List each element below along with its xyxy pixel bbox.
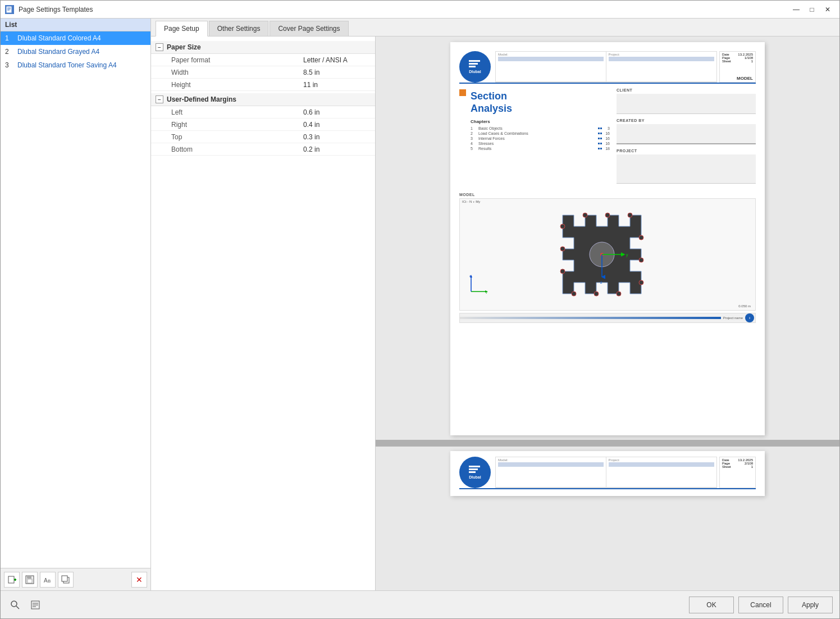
page-preview-1: Dlubal Model: Project: <box>450 42 765 435</box>
left-margin-value: 0.6 in <box>303 108 371 116</box>
rename-template-button[interactable]: AB <box>40 572 56 588</box>
close-button[interactable]: ✕ <box>820 4 835 15</box>
svg-point-19 <box>639 258 643 262</box>
svg-rect-9 <box>28 579 32 583</box>
left-panel: List 1 Dlubal Standard Colored A4 2 Dlub… <box>1 19 151 590</box>
created-by-box <box>617 124 756 144</box>
main-content: − Paper Size Paper format Letter / ANSI … <box>151 37 839 590</box>
chapter-row: 4 Stresses 16 <box>471 142 610 145</box>
list-items: 1 Dlubal Standard Colored A4 2 Dlubal St… <box>1 31 150 568</box>
axis-arrows: y z <box>465 275 488 299</box>
new-template-button[interactable] <box>4 572 20 588</box>
search-button[interactable] <box>7 597 23 613</box>
apply-button[interactable]: Apply <box>788 597 833 613</box>
preview-page-header: Dlubal Model: Project: <box>459 51 756 84</box>
svg-text:z: z <box>600 280 602 284</box>
copy-template-button[interactable] <box>58 572 74 588</box>
p2-model-label: Model: <box>498 458 604 462</box>
item-number: 3 <box>5 61 13 69</box>
chapter-row: 3 Internal Forces 16 <box>471 136 610 140</box>
svg-rect-13 <box>62 576 67 581</box>
bottom-left-tools <box>7 597 43 613</box>
page-separator <box>376 440 839 447</box>
item-label: Dlubal Standard Colored A4 <box>17 34 101 42</box>
margins-label: User-Defined Margins <box>167 95 236 103</box>
save-template-button[interactable] <box>22 572 38 588</box>
svg-point-17 <box>628 213 632 217</box>
model-section: MODEL ICt - N + My <box>459 193 756 311</box>
svg-point-18 <box>639 235 643 240</box>
list-item[interactable]: 2 Dlubal Standard Grayed A4 <box>1 45 150 58</box>
chapters-section: Chapters 1 Basic Objects 3 <box>471 119 610 151</box>
list-item[interactable]: 1 Dlubal Standard Colored A4 <box>1 31 150 45</box>
paper-size-group: − Paper Size Paper format Letter / ANSI … <box>151 41 375 91</box>
bottom-bar: OK Cancel Apply <box>1 590 839 618</box>
svg-text:y: y <box>626 253 628 257</box>
preview-page2-header: Dlubal Model: Project: <box>459 457 756 489</box>
model-scale: 0.050 m <box>738 304 751 308</box>
height-row: Height 11 in <box>151 79 375 91</box>
tab-cover-page-settings[interactable]: Cover Page Settings <box>270 21 348 36</box>
restore-button[interactable]: □ <box>805 4 819 15</box>
sheet-label: Sheet <box>722 60 731 63</box>
app-icon <box>5 5 14 14</box>
svg-point-22 <box>594 292 599 296</box>
item-label: Dlubal Standard Grayed A4 <box>17 48 99 56</box>
list-header: List <box>1 19 150 31</box>
info-button[interactable] <box>28 597 43 613</box>
model-meta-label: Model: <box>498 53 604 56</box>
paper-size-collapse[interactable]: − <box>156 43 163 51</box>
right-margin-value: 0.4 in <box>303 121 371 129</box>
footer-gradient <box>460 317 721 319</box>
ok-button[interactable]: OK <box>689 597 734 613</box>
chapter-row: 5 Results 18 <box>471 147 610 151</box>
chapters-title: Chapters <box>471 119 610 124</box>
top-margin-value: 0.3 in <box>303 133 371 141</box>
margins-header: − User-Defined Margins <box>151 93 375 106</box>
left-margin-label: Left <box>167 108 303 116</box>
paper-format-row: Paper format Letter / ANSI A <box>151 54 375 66</box>
svg-rect-8 <box>27 576 31 579</box>
created-by-section: CREATED BY <box>617 119 756 144</box>
item-label: Dlubal Standard Toner Saving A4 <box>17 61 117 69</box>
svg-rect-4 <box>8 576 14 583</box>
svg-point-24 <box>560 269 565 274</box>
p2-project-value <box>609 462 715 467</box>
delete-template-button[interactable]: ✕ <box>131 572 147 588</box>
svg-point-21 <box>617 292 621 296</box>
svg-point-15 <box>583 213 587 217</box>
height-value: 11 in <box>303 81 371 89</box>
bottom-margin-label: Bottom <box>167 145 303 153</box>
main-window: Page Settings Templates — □ ✕ List 1 Dlu… <box>0 0 840 619</box>
paper-size-header: − Paper Size <box>151 41 375 54</box>
width-row: Width 8.5 in <box>151 66 375 79</box>
svg-point-40 <box>11 601 17 607</box>
sheet-value: 1 <box>751 60 753 63</box>
right-margin-label: Right <box>167 121 303 129</box>
svg-rect-0 <box>6 6 12 13</box>
list-item[interactable]: 3 Dlubal Standard Toner Saving A4 <box>1 58 150 72</box>
tab-other-settings[interactable]: Other Settings <box>209 21 269 36</box>
client-box <box>617 94 756 114</box>
report-title: Section Analysis <box>471 90 610 115</box>
page-preview-2: Dlubal Model: Project: <box>450 451 765 496</box>
project-meta-label: Project: <box>609 53 715 56</box>
project-box <box>617 154 756 184</box>
cancel-button[interactable]: Cancel <box>738 597 783 613</box>
project-meta-value <box>609 57 715 61</box>
right-margin-row: Right 0.4 in <box>151 119 375 131</box>
settings-panel: − Paper Size Paper format Letter / ANSI … <box>151 37 376 590</box>
minimize-button[interactable]: — <box>789 4 804 15</box>
client-section: CLIENT <box>617 88 756 114</box>
svg-point-25 <box>560 247 565 251</box>
item-number: 1 <box>5 34 13 42</box>
orange-accent-bar <box>459 89 466 96</box>
chapter-row: 1 Basic Objects 3 <box>471 126 610 130</box>
footer-icon: i <box>745 313 754 322</box>
window-title: Page Settings Templates <box>19 6 784 13</box>
footer-project-name: Project name <box>721 316 745 320</box>
margins-collapse[interactable]: − <box>156 95 163 103</box>
svg-text:A: A <box>44 577 48 584</box>
svg-line-41 <box>16 606 19 609</box>
tab-page-setup[interactable]: Page Setup <box>156 21 208 37</box>
